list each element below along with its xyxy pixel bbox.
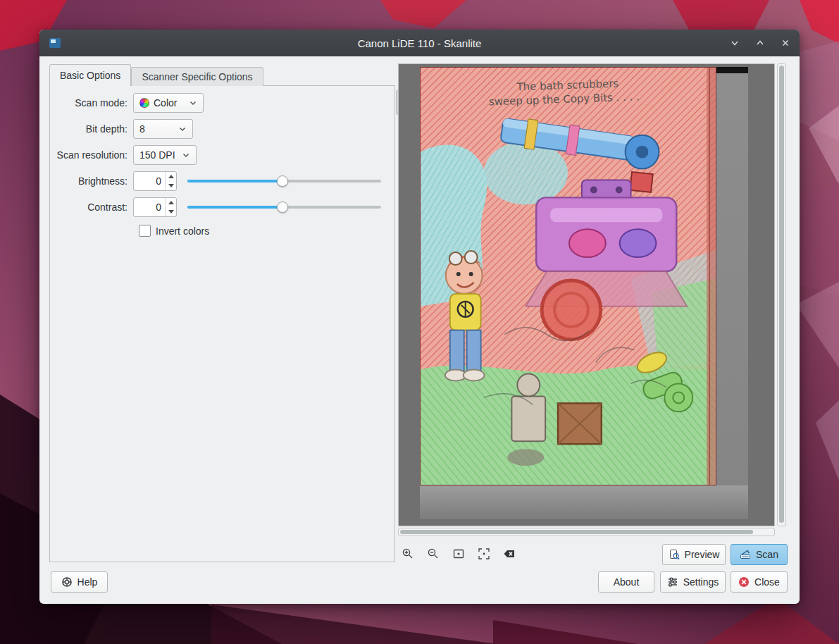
scan-resolution-label: Scan resolution: xyxy=(50,149,133,161)
scan-edge-bottom xyxy=(420,485,748,519)
brightness-slider[interactable] xyxy=(187,174,381,188)
tab-basic-options[interactable]: Basic Options xyxy=(49,64,131,86)
close-button[interactable]: Close xyxy=(731,571,788,593)
spin-down-icon[interactable] xyxy=(166,181,176,190)
zoom-fit-icon[interactable] xyxy=(476,545,492,562)
brightness-value: 0 xyxy=(134,172,165,190)
invert-colors-checkbox[interactable] xyxy=(139,225,151,237)
scan-mode-label: Scan mode: xyxy=(50,97,133,109)
slider-fill xyxy=(187,180,282,182)
invert-colors-label[interactable]: Invert colors xyxy=(156,225,209,237)
slider-handle[interactable] xyxy=(277,202,288,213)
chevron-down-icon xyxy=(189,99,197,107)
brightness-spinbox[interactable]: 0 xyxy=(133,171,177,191)
bit-depth-dropdown[interactable]: 8 xyxy=(133,119,193,139)
settings-sliders-icon xyxy=(667,576,678,588)
scanned-page: The bath scrubbers sweep up the Copy Bit… xyxy=(420,67,716,485)
basic-options-panel: Scan mode: Color Bit depth: 8 Scan resol… xyxy=(49,85,395,562)
contrast-label: Contrast: xyxy=(50,202,133,213)
close-icon[interactable] xyxy=(778,36,793,50)
scan-resolution-value: 150 DPI xyxy=(139,149,178,161)
spin-up-icon[interactable] xyxy=(166,172,176,181)
contrast-spinbox[interactable]: 0 xyxy=(133,197,177,217)
scan-edge-black xyxy=(716,67,748,73)
scanner-icon xyxy=(740,549,751,560)
chevron-down-icon xyxy=(182,151,190,159)
scan-mode-value: Color xyxy=(154,97,185,109)
zoom-in-icon[interactable] xyxy=(399,545,416,562)
scan-mode-dropdown[interactable]: Color xyxy=(133,93,204,113)
contrast-value: 0 xyxy=(134,198,165,216)
settings-button[interactable]: Settings xyxy=(660,571,726,593)
scan-edge-gray xyxy=(716,67,748,485)
spin-down-icon[interactable] xyxy=(166,207,176,216)
maximize-icon[interactable] xyxy=(753,36,767,50)
brightness-label: Brightness: xyxy=(50,175,133,187)
shade-icon[interactable] xyxy=(728,36,742,50)
bit-depth-label: Bit depth: xyxy=(50,123,133,135)
clear-selections-icon[interactable] xyxy=(501,545,518,562)
slider-handle[interactable] xyxy=(277,175,288,187)
tab-scanner-specific-options-label: Scanner Specific Options xyxy=(142,71,252,82)
help-button-label: Help xyxy=(77,576,98,588)
spin-up-icon[interactable] xyxy=(166,198,176,207)
options-tabbar: Basic Options Scanner Specific Options xyxy=(49,64,263,86)
slider-fill xyxy=(187,206,282,209)
scan-button[interactable]: Scan xyxy=(731,544,788,565)
titlebar[interactable]: Canon LiDE 110 - Skanlite xyxy=(39,30,800,56)
scan-resolution-dropdown[interactable]: 150 DPI xyxy=(133,145,197,165)
about-button-label: About xyxy=(614,576,640,588)
contrast-slider[interactable] xyxy=(187,200,381,214)
preview-horizontal-scrollbar[interactable] xyxy=(398,528,775,536)
color-wheel-icon xyxy=(139,98,149,108)
scan-button-label: Scan xyxy=(756,549,778,560)
close-button-label: Close xyxy=(754,576,780,588)
help-icon xyxy=(61,576,73,588)
preview-vertical-scrollbar[interactable] xyxy=(777,63,786,526)
preview-area: The bath scrubbers sweep up the Copy Bit… xyxy=(398,63,775,526)
about-button[interactable]: About xyxy=(598,571,654,593)
window-title: Canon LiDE 110 - Skanlite xyxy=(39,37,800,49)
close-red-icon xyxy=(738,576,750,588)
scan-preview-image[interactable]: The bath scrubbers sweep up the Copy Bit… xyxy=(420,67,748,519)
document-preview-icon xyxy=(669,549,680,560)
tab-basic-options-label: Basic Options xyxy=(60,70,120,81)
preview-toolbar xyxy=(399,545,518,563)
chevron-down-icon xyxy=(178,125,187,133)
help-button[interactable]: Help xyxy=(51,571,108,593)
preview-button-label: Preview xyxy=(685,549,720,560)
scrollbar-thumb[interactable] xyxy=(779,66,784,523)
skanlite-window: Canon LiDE 110 - Skanlite Basic Options … xyxy=(39,30,800,604)
scrollbar-thumb[interactable] xyxy=(400,530,753,534)
bit-depth-value: 8 xyxy=(139,123,174,135)
preview-button[interactable]: Preview xyxy=(662,544,726,565)
zoom-actual-size-icon[interactable] xyxy=(450,545,467,562)
settings-button-label: Settings xyxy=(683,576,719,588)
tab-scanner-specific-options[interactable]: Scanner Specific Options xyxy=(131,67,263,86)
zoom-out-icon[interactable] xyxy=(425,545,442,562)
